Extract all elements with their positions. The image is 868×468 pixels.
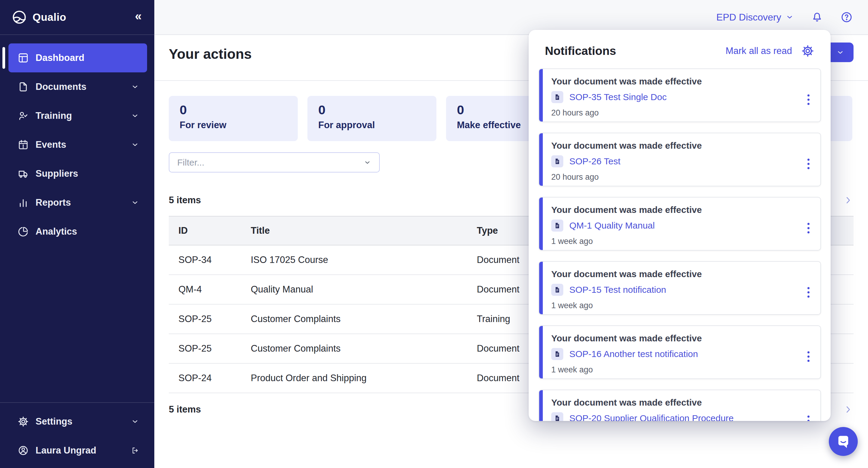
document-icon [18,81,29,93]
chevron-down-icon [364,158,371,167]
notification-card[interactable]: Your document was made effective SOP-26 … [538,133,821,186]
notification-timestamp: 20 hours ago [551,108,809,118]
notification-timestamp: 1 week ago [551,237,809,246]
sidebar-item-events[interactable]: Events [8,130,147,159]
sidebar-header: Qualio « [0,0,154,35]
stat-value: 0 [318,103,426,117]
cell-title-link[interactable]: Customer Complaints [241,343,467,354]
sidebar-collapse-button[interactable]: « [135,10,142,24]
filter-select[interactable]: Filter... [169,152,380,173]
column-header-id[interactable]: ID [169,225,241,236]
notifications-list: Your document was made effective SOP-35 … [529,68,831,421]
kebab-menu-icon[interactable] [806,221,811,235]
qualio-logo-icon [11,9,28,26]
filter-placeholder: Filter... [177,157,364,168]
notification-title: Your document was made effective [551,398,809,408]
notification-title: Your document was made effective [551,205,809,215]
notifications-title: Notifications [545,44,616,58]
chat-launcher-button[interactable] [829,427,858,456]
sidebar-item-label: Training [36,110,124,121]
stat-value: 0 [180,103,287,117]
user-name: Laura Ungrad [36,445,124,456]
chevron-down-icon [131,112,139,120]
sidebar-item-label: Events [36,139,124,150]
notification-card[interactable]: Your document was made effective SOP-35 … [538,68,821,122]
document-icon [554,350,561,358]
notification-title: Your document was made effective [551,333,809,344]
logo-text: Qualio [33,11,135,23]
chevron-down-icon [836,48,844,57]
notification-timestamp: 1 week ago [551,365,809,375]
notification-title: Your document was made effective [551,269,809,279]
sidebar-item-label: Dashboard [36,53,139,63]
next-page-icon[interactable] [843,195,854,206]
cell-title-link[interactable]: Customer Complaints [241,314,467,324]
sidebar-item-label: Suppliers [36,168,139,179]
kebab-menu-icon[interactable] [806,157,811,171]
sidebar-item-dashboard[interactable]: Dashboard [8,43,147,72]
kebab-menu-icon[interactable] [806,350,811,364]
pie-chart-icon [18,226,29,237]
user-check-icon [18,110,29,121]
notification-doc-link[interactable]: SOP-26 Test [569,156,621,167]
chevron-down-icon [131,198,139,207]
org-switcher[interactable]: EPD Discovery [716,12,794,23]
logout-icon[interactable] [131,446,139,455]
sidebar-item-reports[interactable]: Reports [8,188,147,217]
stat-card-for-approval[interactable]: 0 For approval [307,96,436,141]
chat-bubble-icon [835,434,851,449]
document-icon [554,222,561,229]
notifications-actions: Mark all as read [725,44,814,58]
sidebar-item-label: Documents [36,81,124,92]
document-badge [551,155,563,167]
cell-id: SOP-25 [169,343,241,354]
bar-chart-icon [18,197,29,208]
notification-doc-link[interactable]: SOP-15 Test notification [569,285,666,295]
gear-icon[interactable] [801,44,814,58]
sidebar-item-user[interactable]: Laura Ungrad [8,436,147,465]
cell-title-link[interactable]: ISO 17025 Course [241,255,467,265]
app-root: Qualio « Dashboard Documents Training E [0,0,868,468]
sidebar-item-suppliers[interactable]: Suppliers [8,159,147,188]
sidebar-item-documents[interactable]: Documents [8,72,147,101]
notification-doc-link[interactable]: SOP-20 Supplier Qualification Procedure [569,413,734,421]
kebab-menu-icon[interactable] [806,93,811,107]
chevron-down-icon [131,83,139,91]
notification-doc-link[interactable]: QM-1 Quality Manual [569,221,655,231]
cell-id: QM-4 [169,284,241,295]
page-title: Your actions [169,46,252,62]
notification-card[interactable]: Your document was made effective SOP-16 … [538,325,821,379]
document-icon [554,93,561,101]
document-icon [554,158,561,165]
sidebar-item-settings[interactable]: Settings [8,407,147,436]
next-page-icon[interactable] [843,404,854,415]
items-count: 5 items [169,404,201,415]
cell-title-link[interactable]: Product Order and Shipping [241,373,467,384]
notification-doc-link[interactable]: SOP-35 Test Single Doc [569,92,667,102]
help-icon[interactable] [840,11,853,24]
sidebar: Qualio « Dashboard Documents Training E [0,0,154,468]
notification-title: Your document was made effective [551,76,809,87]
truck-icon [18,168,29,179]
sidebar-item-analytics[interactable]: Analytics [8,217,147,246]
stat-card-for-review[interactable]: 0 For review [169,96,298,141]
document-icon [554,415,561,421]
bell-icon[interactable] [811,11,824,24]
notification-card[interactable]: Your document was made effective QM-1 Qu… [538,197,821,251]
notification-card[interactable]: Your document was made effective SOP-15 … [538,261,821,315]
kebab-menu-icon[interactable] [806,285,811,299]
notification-title: Your document was made effective [551,141,809,151]
kebab-menu-icon[interactable] [806,414,811,421]
sidebar-item-training[interactable]: Training [8,101,147,130]
cell-title-link[interactable]: Quality Manual [241,284,467,295]
notification-card-clipped[interactable]: Your document was made effective SOP-20 … [538,389,821,421]
cell-id: SOP-25 [169,314,241,324]
column-header-title[interactable]: Title [241,225,467,236]
calendar-icon [18,139,29,150]
mark-all-read-link[interactable]: Mark all as read [725,46,792,56]
sidebar-item-label: Analytics [36,226,139,237]
document-icon [554,286,561,293]
notification-doc-link[interactable]: SOP-16 Another test notification [569,349,698,359]
sidebar-item-label: Reports [36,197,124,208]
items-count: 5 items [169,195,201,206]
